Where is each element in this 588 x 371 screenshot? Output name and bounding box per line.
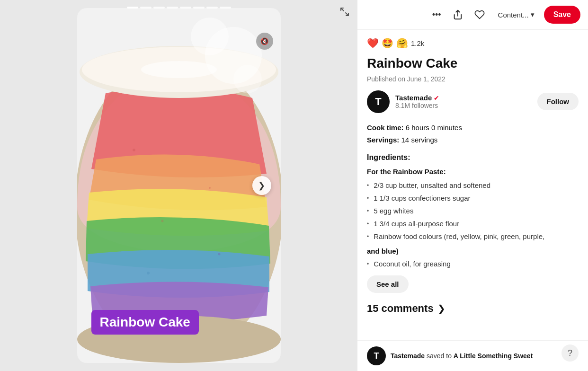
ingredient-item: • 5 egg whites: [367, 206, 579, 216]
servings-value: 14 servings: [401, 136, 438, 144]
cook-time-row: Cook time: 6 hours 0 minutes: [367, 123, 579, 133]
volume-button[interactable]: 🔇: [256, 33, 273, 50]
ingredients-title: Ingredients:: [367, 153, 579, 162]
progress-dot: [180, 7, 191, 9]
saved-avatar-letter: T: [374, 351, 379, 361]
pin-title: Rainbow Cake: [367, 55, 579, 71]
saved-user-avatar[interactable]: T: [367, 346, 386, 365]
coconut-item: • Coconut oil, for greasing: [367, 259, 579, 269]
ingredient-text: 1 1/3 cups confectioners sugar: [374, 193, 470, 203]
svg-point-8: [161, 220, 163, 222]
comments-row[interactable]: 15 comments ❯: [367, 302, 579, 315]
progress-dot: [153, 7, 165, 9]
saved-collection: A Little Something Sweet: [454, 352, 533, 360]
saved-username: Tastemade: [391, 352, 425, 360]
right-panel: ••• Content... ▾ Save ❤️ 🤩 🤗 1.2k Rainbo…: [357, 0, 588, 371]
ingredient-text: 1 3/4 cups all-purpose flour: [374, 219, 459, 229]
expand-button[interactable]: [339, 7, 350, 19]
svg-point-7: [133, 149, 135, 151]
more-options-button[interactable]: •••: [428, 6, 445, 24]
and-blue-text: and blue): [367, 247, 579, 255]
ingredient-text: Rainbow food colours (red, yellow, pink,…: [374, 231, 544, 241]
avatar-letter: T: [375, 96, 381, 108]
ingredient-item: • 2/3 cup butter, unsalted and softened: [367, 180, 579, 190]
ingredient-text: 5 egg whites: [374, 206, 413, 216]
bullet-icon: •: [367, 207, 369, 215]
progress-dot: [127, 7, 138, 9]
author-avatar[interactable]: T: [367, 90, 390, 113]
svg-point-5: [141, 61, 217, 78]
reaction-starstruck-emoji: 🤩: [382, 37, 393, 49]
progress-dot: [167, 7, 178, 9]
bullet-icon: •: [367, 182, 369, 190]
cake-image: 🔇 Rainbow Cake ❯: [77, 8, 281, 363]
author-name-row: Tastemade ✔: [395, 94, 439, 102]
reaction-count: 1.2k: [411, 39, 424, 47]
see-all-button[interactable]: See all: [367, 275, 409, 293]
ingredient-item: • 1 3/4 cups all-purpose flour: [367, 219, 579, 229]
content-dropdown-button[interactable]: Content... ▾: [492, 7, 540, 23]
coconut-text: Coconut oil, for greasing: [374, 259, 451, 269]
progress-dot: [220, 7, 231, 9]
ingredient-item: • Rainbow food colours (red, yellow, pin…: [367, 231, 579, 241]
servings-label: Servings:: [367, 136, 399, 144]
svg-point-11: [218, 253, 220, 256]
save-button[interactable]: Save: [544, 6, 580, 24]
left-panel: 🔇 Rainbow Cake ❯: [0, 0, 357, 371]
share-icon: [453, 9, 463, 20]
author-followers: 8.1M followers: [395, 102, 439, 109]
cook-time-label: Cook time:: [367, 124, 404, 132]
servings-row: Servings: 14 servings: [367, 135, 579, 146]
author-details: Tastemade ✔ 8.1M followers: [395, 94, 439, 109]
ingredient-list: • 2/3 cup butter, unsalted and softened …: [367, 180, 579, 241]
cake-title-overlay: Rainbow Cake: [91, 310, 199, 335]
reactions-row: ❤️ 🤩 🤗 1.2k: [367, 37, 579, 49]
cook-time-val: 6 hours 0 minutes: [406, 124, 462, 132]
verified-icon: ✔: [434, 94, 439, 102]
progress-bar: [127, 7, 231, 9]
next-slide-button[interactable]: ❯: [252, 176, 271, 195]
progress-dot: [140, 7, 151, 9]
ingredient-item: • 1 1/3 cups confectioners sugar: [367, 193, 579, 203]
more-icon: •••: [432, 10, 441, 20]
recipe-meta: Cook time: 6 hours 0 minutes Servings: 1…: [367, 123, 579, 146]
svg-point-9: [209, 187, 211, 189]
content-area: ❤️ 🤩 🤗 1.2k Rainbow Cake Published on Ju…: [357, 30, 588, 340]
bullet-icon: •: [367, 220, 369, 228]
share-button[interactable]: [449, 6, 467, 24]
saved-action: saved to: [425, 352, 454, 360]
help-button[interactable]: ?: [561, 344, 579, 362]
author-row: T Tastemade ✔ 8.1M followers Follow: [367, 90, 579, 113]
progress-dot: [206, 7, 218, 9]
heart-icon: [474, 9, 485, 20]
heart-button[interactable]: [471, 6, 489, 24]
bullet-icon: •: [367, 194, 369, 203]
reaction-hugging-emoji: 🤗: [396, 37, 408, 49]
toolbar: ••• Content... ▾ Save: [357, 0, 588, 30]
reaction-heart-emoji: ❤️: [367, 37, 379, 49]
svg-point-14: [233, 65, 262, 93]
progress-dot: [193, 7, 205, 9]
content-dropdown-label: Content...: [498, 11, 529, 19]
author-name: Tastemade: [395, 94, 432, 102]
published-date: Published on June 1, 2022: [367, 75, 579, 83]
svg-point-13: [191, 18, 229, 55]
bullet-icon: •: [367, 260, 369, 268]
follow-button[interactable]: Follow: [537, 93, 579, 110]
chevron-down-icon: ▾: [531, 10, 535, 19]
comments-arrow-icon: ❯: [437, 303, 445, 314]
svg-point-10: [147, 272, 150, 274]
saved-row: T Tastemade saved to A Little Something …: [357, 340, 588, 371]
ingredient-text: 2/3 cup butter, unsalted and softened: [374, 180, 490, 190]
comments-title: 15 comments: [367, 302, 434, 315]
author-info: T Tastemade ✔ 8.1M followers: [367, 90, 439, 113]
bullet-icon: •: [367, 233, 369, 241]
saved-text: Tastemade saved to A Little Something Sw…: [391, 352, 533, 360]
rainbow-paste-title: For the Rainbow Paste:: [367, 168, 579, 176]
